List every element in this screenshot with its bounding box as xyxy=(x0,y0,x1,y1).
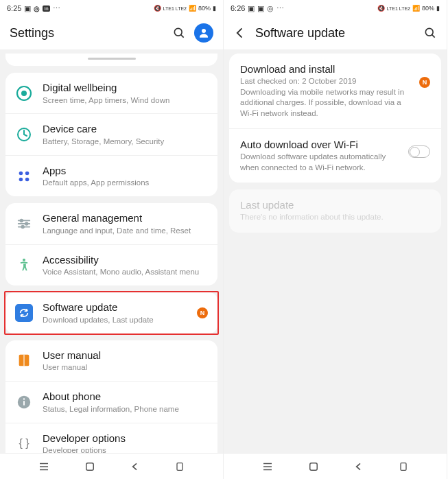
status-mute-icon: 🔇 xyxy=(154,5,161,12)
auto-download-toggle[interactable] xyxy=(408,145,430,158)
settings-screen: 6:25 ▣ ◎ in ⋯ 🔇 LTE1 LTE2 📶 80% ▮ Settin… xyxy=(0,0,224,479)
svg-point-9 xyxy=(25,177,30,181)
search-icon[interactable] xyxy=(423,26,437,40)
about-icon xyxy=(15,393,33,411)
row-accessibility[interactable]: Accessibility Voice Assistant, Mono audi… xyxy=(5,244,217,285)
row-text: Last update There's no information about… xyxy=(240,199,430,223)
status-battery-icon: ▮ xyxy=(436,5,440,12)
status-bar: 6:26 ▣ ▣ ◎ ⋯ 🔇 LTE1 LTE2 📶 80% ▮ xyxy=(224,0,447,16)
row-subtitle: Last checked on: 2 October 2019 Download… xyxy=(240,76,412,119)
devicecare-icon xyxy=(15,126,33,143)
nav-recents-icon[interactable] xyxy=(38,460,50,473)
row-last-update: Last update There's no information about… xyxy=(229,189,441,233)
svg-rect-25 xyxy=(86,463,94,470)
svg-rect-33 xyxy=(401,463,406,470)
svg-rect-32 xyxy=(310,463,318,470)
row-download-install[interactable]: Download and install Last checked on: 2 … xyxy=(229,54,441,128)
status-volte-icon: LTE1 LTE2 xyxy=(163,6,187,11)
svg-point-16 xyxy=(23,259,25,261)
nav-home-icon[interactable] xyxy=(307,460,320,473)
swupdate-screen: 6:26 ▣ ▣ ◎ ⋯ 🔇 LTE1 LTE2 📶 80% ▮ Softwar… xyxy=(224,0,447,479)
row-subtitle: Download software updates automatically … xyxy=(240,152,401,173)
row-text: Digital wellbeing Screen time, App timer… xyxy=(43,81,208,105)
row-subtitle: Developer options xyxy=(43,445,208,453)
row-wellbeing[interactable]: Digital wellbeing Screen time, App timer… xyxy=(5,73,217,113)
row-about[interactable]: About phone Status, Legal information, P… xyxy=(5,381,217,422)
last-update-card: Last update There's no information about… xyxy=(229,189,441,233)
row-text: Software update Download updates, Last u… xyxy=(43,301,187,325)
svg-point-6 xyxy=(19,171,23,175)
svg-point-27 xyxy=(425,28,433,36)
nav-recents-icon[interactable] xyxy=(261,460,274,473)
status-more-icon: ⋯ xyxy=(53,4,60,13)
nav-extra-icon[interactable] xyxy=(174,461,185,472)
svg-line-1 xyxy=(181,35,184,38)
status-battery-text: 80% xyxy=(198,5,211,12)
status-signal-icon: 📶 xyxy=(412,5,420,12)
status-battery-text: 80% xyxy=(422,5,434,12)
nav-extra-icon[interactable] xyxy=(398,461,409,472)
row-title: General management xyxy=(43,211,208,225)
row-text: Developer options Developer options xyxy=(43,432,208,454)
status-icon: ◎ xyxy=(267,4,274,13)
swupdate-icon xyxy=(15,304,33,322)
row-title: Last update xyxy=(240,199,430,211)
apps-icon xyxy=(15,167,33,185)
row-title: Download and install xyxy=(240,63,412,75)
row-title: Apps xyxy=(43,164,208,178)
row-text: General management Language and input, D… xyxy=(43,211,208,235)
row-auto-download[interactable]: Auto download over Wi-Fi Download softwa… xyxy=(229,128,441,183)
svg-rect-18 xyxy=(23,355,25,366)
row-apps[interactable]: Apps Default apps, App permissions xyxy=(5,155,217,196)
settings-group: Software update Download updates, Last u… xyxy=(5,292,217,333)
row-subtitle: There's no information about this update… xyxy=(240,212,430,223)
swupdate-list[interactable]: Download and install Last checked on: 2 … xyxy=(224,49,447,453)
nav-bar xyxy=(224,453,447,479)
svg-point-13 xyxy=(21,220,23,222)
svg-point-8 xyxy=(19,177,23,181)
row-subtitle: Status, Legal information, Phone name xyxy=(43,404,208,414)
row-text: Device care Battery, Storage, Memory, Se… xyxy=(43,122,208,146)
profile-avatar[interactable] xyxy=(194,23,213,43)
swupdate-header: Software update xyxy=(224,16,447,49)
nav-back-icon[interactable] xyxy=(130,461,141,472)
svg-point-14 xyxy=(25,222,28,225)
wellbeing-icon xyxy=(15,84,33,102)
search-icon[interactable] xyxy=(172,26,186,40)
settings-list[interactable]: Digital wellbeing Screen time, App timer… xyxy=(0,49,223,453)
svg-point-4 xyxy=(21,91,27,96)
svg-line-28 xyxy=(432,35,435,38)
row-general[interactable]: General management Language and input, D… xyxy=(5,203,217,244)
row-text: Apps Default apps, App permissions xyxy=(43,164,208,188)
devopts-icon: { } xyxy=(15,434,33,452)
row-subtitle: Default apps, App permissions xyxy=(43,178,208,188)
row-title: Digital wellbeing xyxy=(43,81,208,95)
status-battery-icon: ▮ xyxy=(213,5,216,12)
svg-rect-26 xyxy=(177,463,182,470)
status-time: 6:25 xyxy=(7,4,21,12)
row-title: User manual xyxy=(43,349,208,362)
partial-card-top xyxy=(5,54,217,66)
row-devicecare[interactable]: Device care Battery, Storage, Memory, Se… xyxy=(5,113,217,154)
nav-bar xyxy=(0,453,223,479)
row-devopts[interactable]: { } Developer options Developer options xyxy=(5,423,217,454)
row-text: Download and install Last checked on: 2 … xyxy=(240,63,412,119)
row-usermanual[interactable]: User manual User manual xyxy=(5,340,217,381)
nav-home-icon[interactable] xyxy=(84,460,96,473)
row-title: Accessibility xyxy=(43,253,208,267)
back-icon[interactable] xyxy=(233,26,247,40)
svg-point-2 xyxy=(202,29,206,33)
row-text: User manual User manual xyxy=(43,349,208,373)
status-icon-g: ◎ xyxy=(34,5,40,12)
svg-rect-20 xyxy=(23,401,25,405)
row-title: Developer options xyxy=(43,432,208,445)
row-swupdate[interactable]: Software update Download updates, Last u… xyxy=(5,292,217,333)
svg-point-0 xyxy=(174,28,182,36)
row-title: Device care xyxy=(43,122,208,136)
status-icon: ▣ xyxy=(257,4,264,13)
page-title: Settings xyxy=(10,26,164,40)
row-subtitle: Battery, Storage, Memory, Security xyxy=(43,137,208,147)
nav-back-icon[interactable] xyxy=(353,461,364,472)
accessibility-icon xyxy=(15,256,33,274)
row-text: Auto download over Wi-Fi Download softwa… xyxy=(240,139,401,173)
